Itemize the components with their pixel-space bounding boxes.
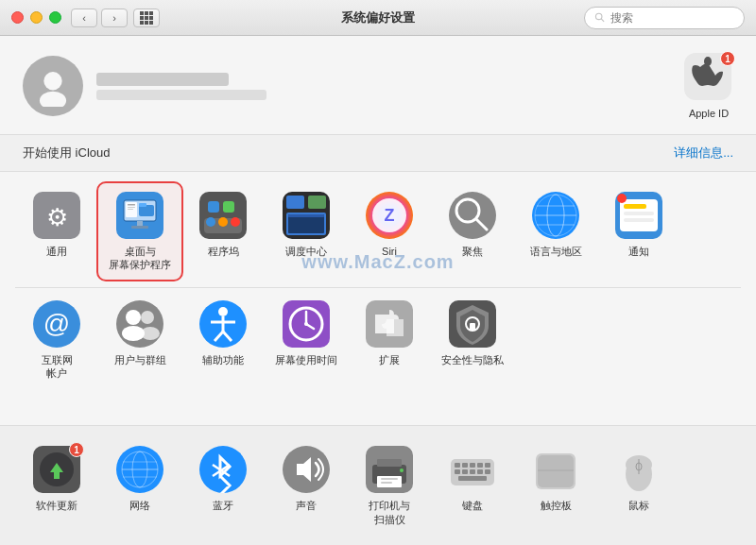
mouse-icon [614, 445, 663, 494]
forward-button[interactable]: › [101, 9, 128, 27]
keyboard-label: 键盘 [462, 499, 483, 512]
pref-screentime[interactable]: 屏幕使用时间 [265, 292, 348, 374]
svg-point-34 [231, 217, 240, 227]
svg-point-99 [400, 468, 404, 472]
profile-area: 1 Apple ID [0, 36, 756, 135]
pref-extensions[interactable]: 扩展 [348, 292, 431, 374]
fullscreen-button[interactable] [49, 11, 61, 24]
svg-point-14 [704, 57, 712, 66]
svg-rect-23 [128, 209, 133, 210]
icloud-text: 开始使用 iCloud [23, 145, 110, 162]
notifications-icon [614, 191, 663, 240]
pref-mouse[interactable]: 鼠标 [597, 437, 680, 519]
grid-view-button[interactable] [133, 9, 160, 27]
softwareupdate-icon: 1 [32, 445, 81, 494]
pref-accessibility[interactable]: 辅助功能 [181, 292, 265, 374]
siri-label: Siri [382, 245, 397, 258]
search-input[interactable] [610, 11, 734, 25]
sound-label: 声音 [296, 499, 317, 512]
svg-rect-6 [140, 21, 144, 25]
pref-general[interactable]: ⚙ 通用 [15, 183, 98, 265]
mission-icon [282, 191, 331, 240]
icons-area: ⚙ 通用 [0, 172, 756, 425]
pref-notifications[interactable]: 通知 [597, 183, 680, 265]
minimize-button[interactable] [30, 11, 43, 24]
apple-id-section[interactable]: 1 Apple ID [684, 53, 733, 119]
pref-siri[interactable]: Z Siri [348, 183, 431, 265]
back-button[interactable]: ‹ [71, 9, 97, 27]
icon-row-bottom: 1 软件更新 网络 [15, 437, 741, 534]
svg-rect-1 [145, 11, 148, 15]
pref-language[interactable]: 语言与地区 [514, 183, 597, 265]
avatar-icon [32, 65, 74, 107]
svg-text:Z: Z [385, 206, 395, 225]
apple-id-icon[interactable]: 1 [684, 53, 733, 102]
profile-left [23, 56, 266, 116]
icloud-details-link[interactable]: 详细信息... [674, 145, 733, 162]
pref-security[interactable]: 安全性与隐私 [431, 292, 514, 374]
pref-software-update[interactable]: 1 软件更新 [15, 437, 98, 519]
svg-rect-101 [455, 463, 460, 468]
close-button[interactable] [11, 11, 24, 24]
icon-row-1: ⚙ 通用 [15, 183, 741, 280]
user-name [96, 73, 229, 86]
svg-rect-57 [624, 212, 654, 215]
screentime-label: 屏幕使用时间 [275, 353, 337, 366]
language-icon [531, 191, 580, 240]
svg-point-33 [218, 217, 228, 227]
pref-desktop-screensaver[interactable]: 桌面与屏幕保护程序 [98, 183, 181, 280]
bluetooth-icon [198, 445, 248, 494]
pref-internet[interactable]: @ 互联网帐户 [15, 292, 98, 388]
svg-point-32 [206, 217, 215, 227]
svg-rect-0 [140, 11, 144, 15]
pref-users[interactable]: 用户与群组 [98, 292, 181, 374]
screentime-icon [282, 299, 331, 349]
svg-rect-109 [477, 469, 483, 474]
svg-rect-27 [131, 226, 148, 229]
pref-printers[interactable]: 打印机与扫描仪 [348, 437, 431, 534]
svg-rect-26 [137, 221, 143, 226]
user-info [96, 73, 266, 100]
pref-bluetooth[interactable]: 蓝牙 [181, 437, 265, 519]
printers-icon [365, 445, 414, 494]
siri-icon: Z [365, 191, 414, 240]
svg-rect-98 [381, 482, 392, 484]
svg-rect-25 [139, 203, 146, 207]
security-icon [448, 299, 497, 349]
pref-network[interactable]: 网络 [98, 437, 181, 519]
pref-trackpad[interactable]: 触控板 [514, 437, 597, 519]
svg-rect-22 [128, 207, 135, 208]
svg-point-59 [617, 194, 627, 203]
pref-spotlight[interactable]: 聚焦 [431, 183, 514, 265]
svg-rect-3 [140, 16, 144, 20]
accessibility-icon [198, 299, 248, 349]
svg-rect-102 [462, 463, 468, 468]
svg-rect-8 [149, 21, 153, 25]
svg-rect-4 [145, 16, 148, 20]
svg-rect-31 [223, 201, 234, 213]
pref-keyboard[interactable]: 键盘 [431, 437, 514, 519]
dock-label: 程序坞 [208, 245, 239, 258]
svg-rect-104 [477, 463, 483, 468]
desktop-label: 桌面与屏幕保护程序 [109, 245, 171, 272]
pref-dock[interactable]: 程序坞 [181, 183, 265, 265]
svg-rect-30 [208, 201, 219, 213]
desktop-icon [115, 191, 164, 240]
pref-sound[interactable]: 声音 [265, 437, 348, 519]
bottom-area: 1 软件更新 网络 [0, 425, 756, 545]
search-box[interactable] [584, 7, 745, 29]
svg-text:⚙: ⚙ [46, 203, 68, 231]
svg-rect-79 [470, 323, 475, 331]
svg-point-75 [304, 322, 308, 326]
section-divider-1 [15, 287, 741, 288]
general-icon: ⚙ [32, 191, 81, 240]
svg-text:@: @ [43, 309, 70, 338]
user-email [96, 90, 266, 100]
traffic-lights [11, 11, 61, 24]
avatar [23, 56, 83, 116]
svg-point-9 [595, 13, 601, 19]
svg-rect-108 [470, 469, 475, 474]
svg-rect-21 [128, 204, 135, 206]
svg-line-10 [601, 19, 604, 22]
pref-mission-control[interactable]: 调度中心 [265, 183, 348, 265]
